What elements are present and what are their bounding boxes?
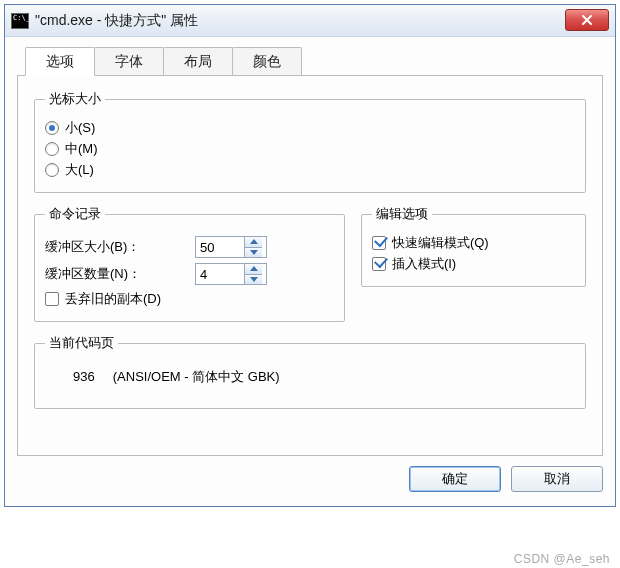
tab-panel-options: 光标大小 小(S) 中(M) 大(L) 命令记录 <box>17 76 603 456</box>
checkbox-icon <box>45 292 59 306</box>
tab-layout[interactable]: 布局 <box>163 47 233 75</box>
chevron-up-icon <box>250 239 258 244</box>
cursor-size-medium-label: 中(M) <box>65 140 98 158</box>
cursor-size-group: 光标大小 小(S) 中(M) 大(L) <box>34 90 586 193</box>
buffer-size-spinner[interactable] <box>195 236 267 258</box>
cancel-button[interactable]: 取消 <box>511 466 603 492</box>
buffer-count-spinner[interactable] <box>195 263 267 285</box>
cursor-size-large-row[interactable]: 大(L) <box>45 161 575 179</box>
discard-old-label: 丢弃旧的副本(D) <box>65 290 161 308</box>
cursor-size-large-label: 大(L) <box>65 161 94 179</box>
spin-down-button[interactable] <box>245 275 262 285</box>
window-title: "cmd.exe - 快捷方式" 属性 <box>35 12 198 30</box>
checkbox-icon <box>372 236 386 250</box>
tab-colors[interactable]: 颜色 <box>232 47 302 75</box>
cursor-size-small-label: 小(S) <box>65 119 95 137</box>
quick-edit-row[interactable]: 快速编辑模式(Q) <box>372 234 575 252</box>
code-page-group: 当前代码页 936 (ANSI/OEM - 简体中文 GBK) <box>34 334 586 409</box>
code-page-legend: 当前代码页 <box>45 334 118 352</box>
cursor-size-legend: 光标大小 <box>45 90 105 108</box>
chevron-down-icon <box>250 250 258 255</box>
insert-mode-row[interactable]: 插入模式(I) <box>372 255 575 273</box>
properties-dialog: "cmd.exe - 快捷方式" 属性 选项 字体 布局 颜色 光标大小 小(S… <box>4 4 616 507</box>
insert-mode-label: 插入模式(I) <box>392 255 456 273</box>
tab-strip: 选项 字体 布局 颜色 <box>17 47 603 76</box>
title-bar: "cmd.exe - 快捷方式" 属性 <box>5 5 615 37</box>
dialog-buttons: 确定 取消 <box>17 466 603 492</box>
code-page-desc: (ANSI/OEM - 简体中文 GBK) <box>113 369 280 384</box>
close-button[interactable] <box>565 9 609 31</box>
code-page-value: 936 <box>73 369 95 384</box>
tab-font[interactable]: 字体 <box>94 47 164 75</box>
cursor-size-medium-row[interactable]: 中(M) <box>45 140 575 158</box>
buffer-size-input[interactable] <box>196 237 244 257</box>
radio-icon <box>45 163 59 177</box>
cursor-size-small-row[interactable]: 小(S) <box>45 119 575 137</box>
command-history-legend: 命令记录 <box>45 205 105 223</box>
quick-edit-label: 快速编辑模式(Q) <box>392 234 489 252</box>
spin-up-button[interactable] <box>245 264 262 275</box>
spin-up-button[interactable] <box>245 237 262 248</box>
radio-icon <box>45 142 59 156</box>
edit-options-legend: 编辑选项 <box>372 205 432 223</box>
buffer-count-input[interactable] <box>196 264 244 284</box>
client-area: 选项 字体 布局 颜色 光标大小 小(S) 中(M) 大(L) <box>5 37 615 506</box>
close-icon <box>581 14 593 26</box>
radio-icon <box>45 121 59 135</box>
discard-old-row[interactable]: 丢弃旧的副本(D) <box>45 290 334 308</box>
chevron-up-icon <box>250 266 258 271</box>
tab-options[interactable]: 选项 <box>25 47 95 76</box>
spin-down-button[interactable] <box>245 248 262 258</box>
edit-options-group: 编辑选项 快速编辑模式(Q) 插入模式(I) <box>361 205 586 287</box>
command-history-group: 命令记录 缓冲区大小(B)： <box>34 205 345 322</box>
buffer-size-label: 缓冲区大小(B)： <box>45 238 195 256</box>
chevron-down-icon <box>250 277 258 282</box>
ok-button[interactable]: 确定 <box>409 466 501 492</box>
buffer-count-label: 缓冲区数量(N)： <box>45 265 195 283</box>
app-icon <box>11 13 29 29</box>
checkbox-icon <box>372 257 386 271</box>
